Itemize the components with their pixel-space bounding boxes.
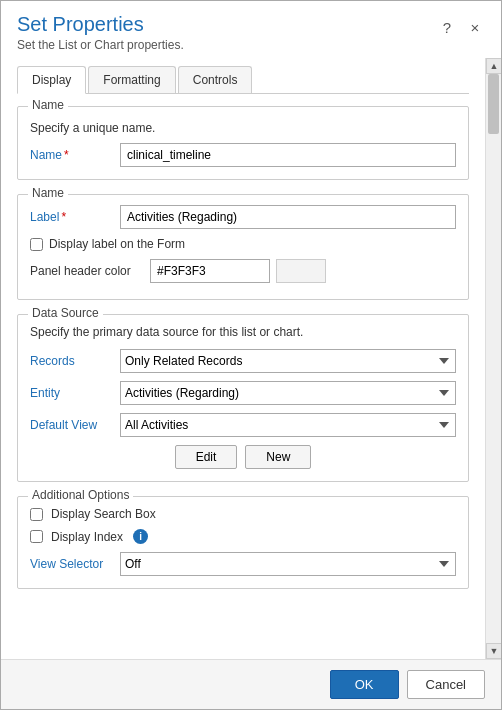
- new-button[interactable]: New: [245, 445, 311, 469]
- name-helper-text: Specify a unique name.: [30, 121, 456, 135]
- label-field-row: Label *: [30, 205, 456, 229]
- display-search-box-checkbox[interactable]: [30, 508, 43, 521]
- display-label-checkbox-row: Display label on the Form: [30, 237, 456, 251]
- additional-options-legend: Additional Options: [28, 488, 133, 502]
- label-required-star: *: [61, 210, 66, 224]
- close-icon[interactable]: ×: [465, 17, 485, 37]
- panel-header-color-input[interactable]: [150, 259, 270, 283]
- default-view-field-row: Default View All Activities: [30, 413, 456, 437]
- entity-select[interactable]: Activities (Regarding): [120, 381, 456, 405]
- display-search-box-label: Display Search Box: [51, 507, 156, 521]
- set-properties-dialog: Set Properties Set the List or Chart pro…: [0, 0, 502, 710]
- records-label: Records: [30, 354, 120, 368]
- help-icon[interactable]: ?: [437, 17, 457, 37]
- name-section: Name Specify a unique name. Name *: [17, 106, 469, 180]
- dialog-header-icons: ? ×: [437, 13, 485, 37]
- scrollbar-thumb[interactable]: [488, 74, 499, 134]
- dialog-footer: OK Cancel: [1, 659, 501, 709]
- scroll-up-arrow[interactable]: ▲: [486, 58, 501, 74]
- default-view-select[interactable]: All Activities: [120, 413, 456, 437]
- display-index-label: Display Index: [51, 530, 123, 544]
- panel-header-color-row: Panel header color: [30, 259, 456, 283]
- display-label-checkbox-label: Display label on the Form: [49, 237, 185, 251]
- records-select[interactable]: Only Related Records All Records: [120, 349, 456, 373]
- view-selector-label: View Selector: [30, 557, 120, 571]
- edit-new-button-row: Edit New: [30, 445, 456, 469]
- content-area: Display Formatting Controls Name Specify…: [1, 58, 485, 659]
- label-section: Name Label * Display label on the Form P…: [17, 194, 469, 300]
- display-search-box-row: Display Search Box: [30, 507, 456, 521]
- name-required-star: *: [64, 148, 69, 162]
- name-field-row: Name *: [30, 143, 456, 167]
- dialog-subtitle: Set the List or Chart properties.: [17, 38, 184, 52]
- entity-field-row: Entity Activities (Regarding): [30, 381, 456, 405]
- panel-header-color-label: Panel header color: [30, 264, 150, 278]
- panel-header-color-swatch[interactable]: [276, 259, 326, 283]
- data-source-section: Data Source Specify the primary data sou…: [17, 314, 469, 482]
- scroll-down-arrow[interactable]: ▼: [486, 643, 501, 659]
- tab-formatting[interactable]: Formatting: [88, 66, 175, 93]
- cancel-button[interactable]: Cancel: [407, 670, 485, 699]
- default-view-label: Default View: [30, 418, 120, 432]
- name-label: Name *: [30, 148, 120, 162]
- scrollbar[interactable]: ▲ ▼: [485, 58, 501, 659]
- ok-button[interactable]: OK: [330, 670, 399, 699]
- label-input[interactable]: [120, 205, 456, 229]
- display-label-checkbox[interactable]: [30, 238, 43, 251]
- name-section-legend: Name: [28, 98, 68, 112]
- dialog-title: Set Properties: [17, 13, 184, 36]
- view-selector-row: View Selector Off All Views Selected Vie…: [30, 552, 456, 576]
- label-section-legend: Name: [28, 186, 68, 200]
- additional-options-section: Additional Options Display Search Box Di…: [17, 496, 469, 589]
- data-source-legend: Data Source: [28, 306, 103, 320]
- tab-bar: Display Formatting Controls: [17, 66, 469, 94]
- scrollbar-track[interactable]: [486, 74, 501, 643]
- entity-label: Entity: [30, 386, 120, 400]
- view-selector-select[interactable]: Off All Views Selected Views: [120, 552, 456, 576]
- data-source-description: Specify the primary data source for this…: [30, 325, 456, 339]
- dialog-header: Set Properties Set the List or Chart pro…: [1, 1, 501, 58]
- display-index-info-icon[interactable]: i: [133, 529, 148, 544]
- label-label: Label *: [30, 210, 120, 224]
- records-field-row: Records Only Related Records All Records: [30, 349, 456, 373]
- display-index-row: Display Index i: [30, 529, 456, 544]
- dialog-body: Display Formatting Controls Name Specify…: [1, 58, 501, 659]
- dialog-title-block: Set Properties Set the List or Chart pro…: [17, 13, 184, 52]
- edit-button[interactable]: Edit: [175, 445, 238, 469]
- name-input[interactable]: [120, 143, 456, 167]
- tab-display[interactable]: Display: [17, 66, 86, 94]
- tab-controls[interactable]: Controls: [178, 66, 253, 93]
- display-index-checkbox[interactable]: [30, 530, 43, 543]
